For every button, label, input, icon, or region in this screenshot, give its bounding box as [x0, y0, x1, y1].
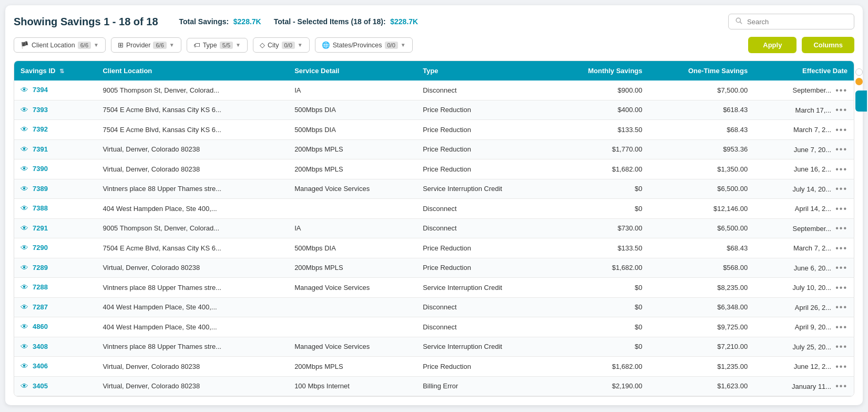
row-options-7390[interactable]: •••	[835, 165, 847, 174]
globe-icon: 🌐	[322, 41, 330, 49]
cell-effective-date-7288: July 10, 20... •••	[754, 278, 854, 297]
savings-id-val: 7392	[33, 125, 48, 133]
eye-icon-7388[interactable]: 👁	[21, 204, 28, 213]
apply-button[interactable]: Apply	[748, 37, 796, 53]
total-selected-text: Total - Selected Items (18 of 18):	[274, 17, 386, 26]
eye-icon-3408[interactable]: 👁	[21, 342, 28, 351]
row-options-7391[interactable]: •••	[835, 145, 847, 154]
savings-id-val: 7394	[33, 86, 48, 94]
eye-icon-7390[interactable]: 👁	[21, 164, 28, 173]
cell-one-time-savings-7289: $568.00	[649, 258, 754, 278]
row-options-7288[interactable]: •••	[835, 283, 847, 293]
eye-icon-7288[interactable]: 👁	[21, 283, 28, 292]
row-options-7392[interactable]: •••	[835, 125, 847, 135]
eye-icon-7290[interactable]: 👁	[21, 243, 28, 252]
cell-savings-id-7291: 👁 7291	[14, 219, 96, 237]
side-dot-white	[855, 68, 863, 76]
cell-effective-date-7388: April 14, 2... •••	[754, 199, 854, 218]
header-row: Showing Savings 1 - 18 of 18 Total Savin…	[14, 14, 854, 29]
cell-service-detail-7287	[288, 297, 416, 317]
cell-type-3405: Billing Error	[416, 376, 551, 396]
cell-type-7390: Price Reduction	[416, 159, 551, 179]
filter-cl-arrow: ▼	[94, 42, 99, 48]
cell-savings-id-3406: 👁 3406	[14, 357, 96, 375]
filter-prov-label: Provider	[126, 42, 151, 49]
cell-one-time-savings-7392: $68.43	[649, 120, 754, 140]
total-savings-label: Total Savings: $228.7K	[179, 17, 261, 26]
savings-table: Savings ID ⇅ Client Location Service Det…	[14, 61, 854, 396]
cell-monthly-savings-7393: $400.00	[551, 100, 649, 120]
eye-icon-7393[interactable]: 👁	[21, 105, 28, 114]
cell-service-detail-3408: Managed Voice Services	[288, 337, 416, 357]
cell-one-time-savings-7390: $1,350.00	[649, 159, 754, 179]
row-options-7389[interactable]: •••	[835, 184, 847, 194]
row-options-4860[interactable]: •••	[835, 323, 847, 332]
row-options-7289[interactable]: •••	[835, 263, 847, 273]
cell-savings-id-7287: 👁 7287	[14, 298, 96, 316]
eye-icon-4860[interactable]: 👁	[21, 322, 28, 331]
filter-type[interactable]: 🏷 Type 5/5 ▼	[187, 38, 248, 53]
row-options-7394[interactable]: •••	[835, 86, 847, 95]
cell-one-time-savings-7394: $7,500.00	[649, 81, 754, 100]
filter-type-arrow: ▼	[236, 42, 241, 48]
table-row: 👁 3406 Virtual, Denver, Colorado 80238 2…	[14, 357, 854, 377]
cell-type-7289: Price Reduction	[416, 258, 551, 278]
row-options-7393[interactable]: •••	[835, 105, 847, 115]
filter-city[interactable]: ◇ City 0/0 ▼	[253, 37, 310, 53]
row-options-7287[interactable]: •••	[835, 303, 847, 312]
cell-client-location-4860: 404 West Hampden Place, Ste 400,...	[96, 317, 288, 337]
sort-icon[interactable]: ⇅	[59, 68, 64, 74]
cell-service-detail-3406: 200Mbps MPLS	[288, 357, 416, 377]
savings-id-val: 7290	[33, 244, 48, 252]
table-wrapper: Savings ID ⇅ Client Location Service Det…	[14, 61, 854, 397]
search-box[interactable]	[728, 14, 854, 29]
filter-states[interactable]: 🌐 States/Provinces 0/0 ▼	[315, 37, 413, 53]
table-row: 👁 7394 9005 Thompson St, Denver, Colorad…	[14, 81, 854, 100]
cell-savings-id-7392: 👁 7392	[14, 120, 96, 138]
table-row: 👁 7288 Vintners place 88 Upper Thames st…	[14, 278, 854, 298]
eye-icon-7391[interactable]: 👁	[21, 145, 28, 154]
cell-effective-date-7389: July 14, 20... •••	[754, 179, 854, 198]
side-tab[interactable]	[855, 91, 867, 112]
savings-id-val: 7287	[33, 303, 48, 311]
eye-icon-7389[interactable]: 👁	[21, 184, 28, 193]
eye-icon-7291[interactable]: 👁	[21, 224, 28, 233]
cell-monthly-savings-7392: $133.50	[551, 120, 649, 140]
eye-icon-7392[interactable]: 👁	[21, 125, 28, 134]
eye-icon-7289[interactable]: 👁	[21, 263, 28, 272]
cell-client-location-7389: Vintners place 88 Upper Thames stre...	[96, 179, 288, 199]
cell-effective-date-7390: June 16, 2... •••	[754, 160, 854, 179]
eye-icon-3406[interactable]: 👁	[21, 361, 28, 370]
cell-client-location-7291: 9005 Thompson St, Denver, Colorad...	[96, 218, 288, 238]
eye-icon-7287[interactable]: 👁	[21, 303, 28, 311]
row-options-7291[interactable]: •••	[835, 224, 847, 233]
filter-states-label: States/Provinces	[333, 42, 382, 49]
search-input[interactable]	[747, 18, 847, 26]
cell-savings-id-7388: 👁 7388	[14, 199, 96, 217]
col-service-detail: Service Detail	[288, 61, 416, 81]
row-options-7388[interactable]: •••	[835, 204, 847, 214]
cell-one-time-savings-3406: $1,235.00	[649, 357, 754, 377]
filter-states-badge: 0/0	[385, 42, 398, 49]
cell-type-3406: Price Reduction	[416, 357, 551, 377]
eye-icon-3405[interactable]: 👁	[21, 381, 28, 390]
row-options-7290[interactable]: •••	[835, 244, 847, 253]
eye-icon-7394[interactable]: 👁	[21, 85, 28, 94]
cell-effective-date-7391: June 7, 20... •••	[754, 140, 854, 159]
row-options-3406[interactable]: •••	[835, 362, 847, 371]
filter-provider[interactable]: ⊞ Provider 6/6 ▼	[111, 37, 181, 53]
columns-button[interactable]: Columns	[802, 37, 854, 53]
cell-one-time-savings-3405: $1,623.00	[649, 376, 754, 396]
cell-service-detail-7388	[288, 199, 416, 219]
cell-one-time-savings-7388: $12,146.00	[649, 199, 754, 219]
cell-service-detail-3405: 100 Mbps Internet	[288, 376, 416, 396]
cell-one-time-savings-3408: $7,210.00	[649, 337, 754, 357]
cell-effective-date-4860: April 9, 20... •••	[754, 318, 854, 337]
cell-one-time-savings-7391: $953.36	[649, 139, 754, 159]
cell-type-7388: Disconnect	[416, 199, 551, 219]
row-options-3408[interactable]: •••	[835, 342, 847, 351]
total-selected-value: $228.7K	[390, 17, 418, 26]
row-options-3405[interactable]: •••	[835, 381, 847, 391]
cell-client-location-7390: Virtual, Denver, Colorado 80238	[96, 159, 288, 179]
filter-client-location[interactable]: 🏴 Client Location 6/6 ▼	[14, 37, 106, 53]
